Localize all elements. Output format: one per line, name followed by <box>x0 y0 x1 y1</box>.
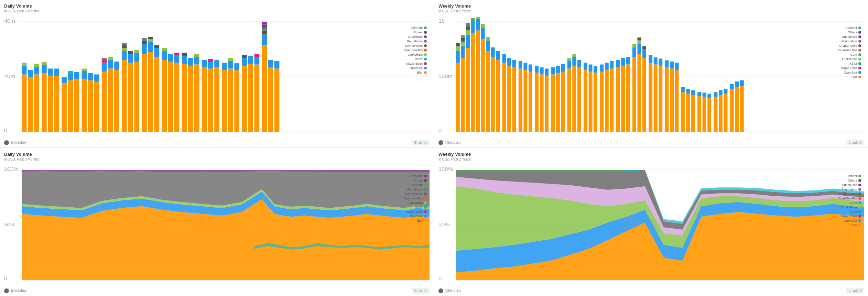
legend-dot <box>858 175 861 177</box>
svg-rect-8 <box>22 63 27 66</box>
legend-dot <box>424 67 427 69</box>
svg-rect-95 <box>234 63 239 70</box>
svg-rect-102 <box>254 57 260 64</box>
legend-label: OpenSea <box>844 219 857 222</box>
legend-item: Foundation <box>838 40 861 43</box>
svg-rect-172 <box>523 63 527 69</box>
svg-rect-148 <box>471 22 475 33</box>
legend-item: OpenSea <box>404 215 427 218</box>
legend-item: CryptoPunks <box>404 192 427 196</box>
svg-rect-44 <box>122 60 127 132</box>
svg-text:0: 0 <box>4 127 7 133</box>
svg-text:0: 0 <box>4 275 7 281</box>
svg-rect-103 <box>254 54 260 57</box>
svg-rect-223 <box>649 63 652 132</box>
svg-rect-82 <box>202 67 207 132</box>
svg-rect-205 <box>610 68 614 132</box>
svg-rect-221 <box>642 49 646 58</box>
svg-rect-33 <box>94 81 99 132</box>
legend-item: Blur <box>838 223 861 227</box>
svg-rect-210 <box>621 58 625 66</box>
legend-item: OpenSea <box>838 219 861 222</box>
svg-rect-37 <box>102 60 107 63</box>
time-badge-tl: ⏱ 18h ⓘ <box>412 140 430 145</box>
dashboard: Daily Volume in USD, Past 3 Months Dune … <box>0 0 868 296</box>
svg-rect-146 <box>466 23 470 26</box>
legend-label: Blur <box>851 223 857 227</box>
svg-rect-194 <box>577 60 581 67</box>
legend-dot <box>424 26 427 29</box>
svg-rect-54 <box>134 50 139 53</box>
svg-rect-159 <box>491 57 495 132</box>
svg-rect-203 <box>605 70 609 132</box>
svg-rect-90 <box>222 63 227 69</box>
svg-rect-7 <box>22 66 27 75</box>
legend-item: Magic Eden <box>838 215 861 218</box>
legend-dot <box>858 215 861 218</box>
legend-item: Element <box>838 26 861 30</box>
svg-rect-45 <box>122 51 127 60</box>
legend-label: OpenSea <box>410 215 423 218</box>
svg-rect-47 <box>122 45 127 48</box>
legend-item: X2Y2 <box>838 210 861 213</box>
svg-rect-234 <box>675 63 679 69</box>
svg-text:50%: 50% <box>438 221 450 227</box>
legend-dot <box>424 188 427 191</box>
svg-rect-25 <box>68 71 73 73</box>
svg-rect-43 <box>114 62 119 70</box>
svg-rect-240 <box>691 90 695 95</box>
legend-dot <box>858 53 861 56</box>
svg-rect-139 <box>461 42 465 46</box>
svg-rect-68 <box>162 48 167 51</box>
svg-rect-233 <box>675 70 679 132</box>
daily-volume-area-panel: Daily Volume in USD, Past 3 Months Dune … <box>0 148 434 296</box>
svg-rect-238 <box>686 89 690 94</box>
svg-rect-96 <box>242 66 247 132</box>
svg-rect-249 <box>719 95 723 132</box>
svg-text:500m: 500m <box>438 73 453 79</box>
svg-text:100%: 100% <box>4 166 19 172</box>
svg-rect-179 <box>545 76 549 132</box>
svg-rect-191 <box>572 57 576 66</box>
legend-item: Magic Eden <box>838 66 861 70</box>
svg-rect-9 <box>28 77 33 132</box>
legend-dot <box>424 175 427 177</box>
legend-dot <box>424 49 427 52</box>
svg-rect-244 <box>703 92 706 97</box>
username-tl: @hildobby <box>10 141 26 144</box>
svg-rect-60 <box>148 42 153 52</box>
svg-rect-250 <box>719 90 723 95</box>
legend-item: Foundation <box>404 40 427 43</box>
svg-rect-195 <box>584 70 587 132</box>
legend-item: CryptoPunks <box>838 192 861 196</box>
svg-rect-76 <box>182 53 187 56</box>
legend-label: OpenSea Pro <box>404 48 423 52</box>
chart-footer-tr: @hildobby ⏱ 18h ⓘ <box>438 140 864 145</box>
legend-item: Others <box>404 179 427 182</box>
legend-dot <box>858 206 861 209</box>
svg-rect-227 <box>659 66 662 132</box>
legend-dot <box>424 219 427 222</box>
legend-dot <box>858 62 861 65</box>
legend-dot <box>858 210 861 213</box>
svg-rect-178 <box>540 67 544 74</box>
svg-rect-133 <box>456 63 460 132</box>
svg-rect-12 <box>34 67 39 74</box>
legend-item: X2Y2 <box>404 57 427 61</box>
svg-rect-26 <box>74 79 79 132</box>
svg-rect-239 <box>691 95 695 132</box>
legend-dot <box>858 193 861 195</box>
svg-rect-258 <box>740 80 744 86</box>
legend-item: Element <box>404 183 427 187</box>
svg-rect-85 <box>208 62 213 68</box>
svg-rect-40 <box>108 60 113 69</box>
svg-rect-69 <box>168 62 173 132</box>
time-badge-br: ⏱ 18h ⓘ <box>846 288 864 294</box>
legend-label: X2Y2 <box>415 206 423 209</box>
svg-rect-56 <box>142 44 147 54</box>
legend-tl: Element Others SuperRare Foundation Cryp… <box>404 26 427 74</box>
legend-label: OpenSea <box>844 71 857 74</box>
legend-label: Magic Eden <box>406 62 423 65</box>
svg-rect-177 <box>540 75 544 132</box>
svg-rect-229 <box>665 67 669 132</box>
